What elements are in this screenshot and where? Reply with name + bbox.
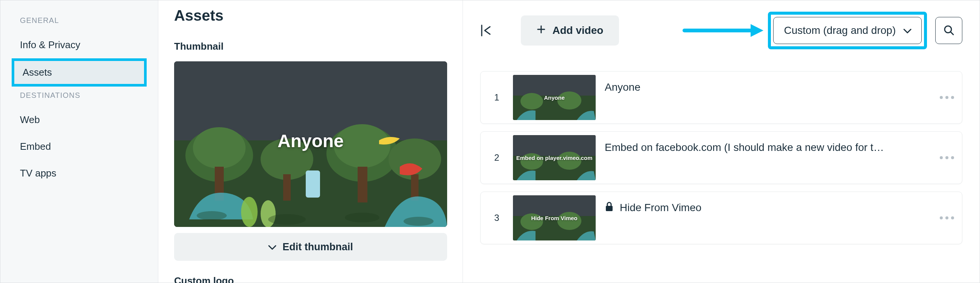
svg-rect-35 [606,206,612,211]
collapse-panel-icon[interactable] [476,21,495,40]
svg-point-18 [404,217,434,226]
add-video-button[interactable]: Add video [521,16,619,46]
sort-dropdown[interactable]: Custom (drag and drop) [773,17,922,44]
custom-logo-heading: Custom logo [174,275,447,283]
edit-thumbnail-label: Edit thumbnail [282,241,353,253]
page-title: Assets [174,7,447,24]
more-horizontal-icon [940,156,954,159]
video-row-thumbnail: Hide From Vimeo [513,195,596,240]
sort-dropdown-label: Custom (drag and drop) [784,24,896,37]
video-row-title: Hide From Vimeo [596,201,932,235]
svg-point-16 [268,214,306,225]
video-row[interactable]: 3 Hide From Vimeo Hide From Vimeo [480,192,963,244]
video-row-thumbnail: Anyone [513,75,596,120]
svg-point-17 [345,213,379,222]
sidebar: GENERAL Info & Privacy Assets DESTINATIO… [0,0,158,283]
video-row-more-button[interactable] [932,156,962,159]
svg-point-3 [193,127,245,169]
svg-marker-20 [751,24,764,37]
add-video-label: Add video [552,24,603,37]
svg-rect-27 [513,135,596,156]
video-row-title: Embed on facebook.com (I should make a n… [596,142,932,174]
sidebar-item-web[interactable]: Web [0,107,158,133]
sort-dropdown-highlight: Custom (drag and drop) [768,12,927,49]
thumbnail-preview[interactable]: Anyone [174,61,447,227]
chevron-down-icon [268,241,277,253]
sidebar-section-destinations: DESTINATIONS [0,86,158,107]
svg-rect-31 [513,195,596,216]
video-row-thumb-label: Anyone [544,94,565,101]
thumbnail-heading: Thumbnail [174,41,447,52]
video-row[interactable]: 1 Anyone Anyone [480,71,963,124]
video-row-thumb-label: Hide From Vimeo [531,215,577,221]
video-row-index: 2 [480,152,513,163]
app-root: GENERAL Info & Privacy Assets DESTINATIO… [0,0,980,283]
search-button[interactable] [935,17,963,44]
video-row[interactable]: 2 Embed on player.vimeo.com Embed on fac… [480,131,963,184]
middle-panel: Assets Thumbnail [158,0,463,283]
video-row-index: 1 [480,92,513,103]
sidebar-item-assets[interactable]: Assets [12,58,147,86]
sidebar-section-general: GENERAL [0,12,158,32]
sidebar-item-tv-apps[interactable]: TV apps [0,160,158,187]
sidebar-item-info-privacy[interactable]: Info & Privacy [0,32,158,58]
video-row-more-button[interactable] [932,96,962,99]
svg-point-15 [197,211,227,220]
right-panel: Add video Custom (drag and drop) [463,0,980,283]
top-row: Add video Custom (drag and drop) [476,12,963,49]
svg-rect-14 [306,171,320,198]
svg-rect-23 [513,75,596,96]
svg-rect-7 [358,167,368,203]
chevron-down-icon [903,24,912,37]
search-icon [943,24,955,37]
edit-thumbnail-button[interactable]: Edit thumbnail [174,233,447,261]
svg-point-25 [520,93,543,110]
video-row-thumb-label: Embed on player.vimeo.com [516,155,593,161]
svg-line-22 [951,32,953,35]
plus-icon [537,24,546,37]
lock-icon [605,201,614,214]
video-row-title: Anyone [596,81,932,114]
more-horizontal-icon [940,96,954,99]
video-row-more-button[interactable] [932,216,962,219]
sidebar-item-embed[interactable]: Embed [0,133,158,160]
svg-rect-9 [283,174,291,201]
video-list: 1 Anyone Anyone 2 Embed on player.vimeo.… [476,71,963,244]
more-horizontal-icon [940,216,954,219]
video-row-index: 3 [480,213,513,223]
video-row-thumbnail: Embed on player.vimeo.com [513,135,596,180]
svg-point-12 [241,197,258,227]
annotation-arrow [681,20,764,41]
thumbnail-title-overlay: Anyone [278,131,344,151]
